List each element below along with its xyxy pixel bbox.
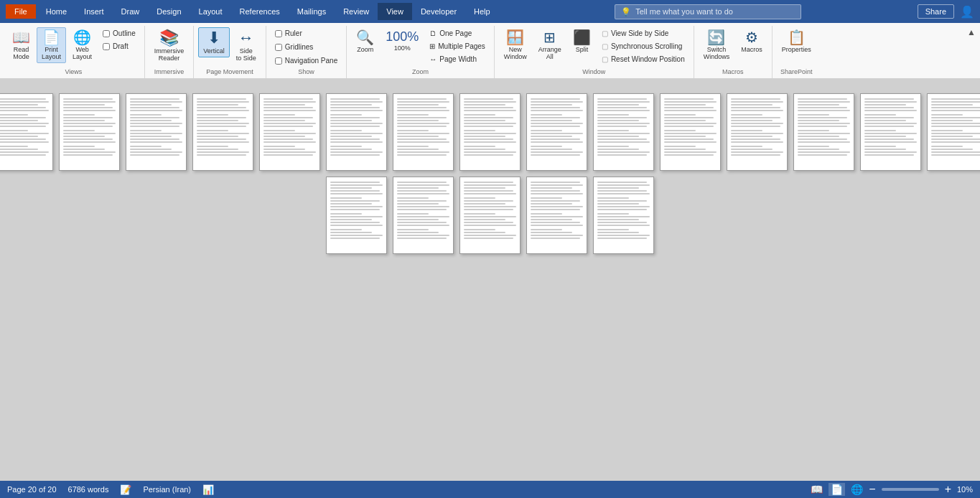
outline-button[interactable]: Outline xyxy=(98,27,140,39)
tab-insert[interactable]: Insert xyxy=(75,3,113,20)
ruler-checkbox[interactable] xyxy=(275,30,282,37)
ribbon-group-show: Ruler Gridlines Navigation Pane Show xyxy=(266,26,347,78)
print-layout-button[interactable]: 📄 PrintLayout xyxy=(37,27,66,63)
zoom-icon: 🔍 xyxy=(356,30,374,44)
split-button[interactable]: ⬛ Split xyxy=(568,27,596,56)
document-area xyxy=(0,79,980,481)
page-thumb[interactable] xyxy=(593,177,654,254)
page-thumb[interactable] xyxy=(459,177,521,254)
nav-pane-button[interactable]: Navigation Pane xyxy=(271,55,342,67)
page-thumb[interactable] xyxy=(793,93,854,171)
page-thumb[interactable] xyxy=(660,93,721,171)
views-items: 📖 ReadMode 📄 PrintLayout 🌐 WebLayout Out… xyxy=(7,27,140,67)
page-thumb[interactable] xyxy=(526,93,587,171)
switch-windows-button[interactable]: 🔄 SwitchWindows xyxy=(699,27,735,63)
page-thumb[interactable] xyxy=(860,93,921,171)
web-layout-button[interactable]: 🌐 WebLayout xyxy=(67,27,97,63)
page-thumb[interactable] xyxy=(927,93,980,171)
zoom-out-button[interactable]: − xyxy=(869,483,875,496)
titlebar-left: File Home Insert Draw Design Layout Refe… xyxy=(6,3,499,20)
synchronous-scrolling-button[interactable]: ▢ Synchronous Scrolling xyxy=(597,40,689,52)
reset-window-button[interactable]: ▢ Reset Window Position xyxy=(597,53,689,65)
ribbon-group-sharepoint: 📋 Properties SharePoint xyxy=(773,26,821,78)
one-page-icon: 🗋 xyxy=(429,29,437,37)
page-thumb[interactable] xyxy=(459,93,521,171)
gridlines-button[interactable]: Gridlines xyxy=(271,41,317,53)
page-movement-items: ⬇ Vertical ↔ Sideto Side xyxy=(198,27,261,67)
tab-home[interactable]: Home xyxy=(37,3,75,20)
tab-review[interactable]: Review xyxy=(335,3,378,20)
print-layout-icon: 📄 xyxy=(42,30,60,44)
page-movement-label: Page Movement xyxy=(206,68,253,75)
page-thumb[interactable] xyxy=(393,177,454,254)
100-percent-button[interactable]: 100% 100% xyxy=(381,27,424,55)
page-width-button[interactable]: ↔ Page Width xyxy=(425,53,490,65)
sharepoint-label: SharePoint xyxy=(780,68,813,75)
page-thumb[interactable] xyxy=(326,177,387,254)
outline-checkbox[interactable] xyxy=(103,30,110,37)
gridlines-checkbox[interactable] xyxy=(275,44,282,51)
new-window-icon: 🪟 xyxy=(506,30,524,44)
one-page-button[interactable]: 🗋 One Page xyxy=(425,27,490,39)
properties-button[interactable]: 📋 Properties xyxy=(777,27,816,56)
web-layout-status-icon[interactable]: 🌐 xyxy=(851,484,863,495)
page-thumb[interactable] xyxy=(326,93,387,171)
page-thumb[interactable] xyxy=(526,177,587,254)
read-mode-icon: 📖 xyxy=(12,30,30,44)
titlebar: File Home Insert Draw Design Layout Refe… xyxy=(0,0,980,23)
tab-developer[interactable]: Developer xyxy=(412,3,465,20)
nav-pane-checkbox[interactable] xyxy=(275,57,282,65)
tab-draw[interactable]: Draw xyxy=(113,3,149,20)
tab-help[interactable]: Help xyxy=(465,3,499,20)
print-layout-status-icon[interactable]: 📄 xyxy=(829,483,845,496)
sync-scrolling-icon: ▢ xyxy=(602,42,608,50)
side-to-side-button[interactable]: ↔ Sideto Side xyxy=(231,27,261,65)
draft-button[interactable]: Draft xyxy=(98,40,140,52)
read-mode-status-icon[interactable]: 📖 xyxy=(811,484,823,495)
arrange-all-button[interactable]: ⊞ ArrangeAll xyxy=(533,27,566,63)
zoom-in-button[interactable]: + xyxy=(945,483,951,496)
read-mode-button[interactable]: 📖 ReadMode xyxy=(7,27,35,63)
page-thumb[interactable] xyxy=(0,93,53,171)
ribbon: 📖 ReadMode 📄 PrintLayout 🌐 WebLayout Out… xyxy=(0,23,980,79)
tab-layout[interactable]: Layout xyxy=(190,3,231,20)
zoom-percent: 10% xyxy=(957,485,973,494)
macros-label: Macros xyxy=(722,68,744,75)
file-tab[interactable]: File xyxy=(6,4,36,19)
multiple-pages-button[interactable]: ⊞ Multiple Pages xyxy=(425,40,490,52)
search-bar[interactable]: 💡 Tell me what you want to do xyxy=(615,4,801,19)
pages-row-1 xyxy=(0,93,980,171)
ribbon-collapse-button[interactable]: ▲ xyxy=(967,27,976,37)
zoom-items: 🔍 Zoom 100% 100% 🗋 One Page ⊞ Multiple P… xyxy=(351,27,490,67)
page-thumb[interactable] xyxy=(59,93,120,171)
split-icon: ⬛ xyxy=(573,30,591,44)
page-thumb[interactable] xyxy=(259,93,320,171)
page-thumb[interactable] xyxy=(126,93,187,171)
zoom-button[interactable]: 🔍 Zoom xyxy=(351,27,379,56)
tab-mailings[interactable]: Mailings xyxy=(289,3,335,20)
view-side-by-side-button[interactable]: ▢ View Side by Side xyxy=(597,27,689,39)
immersive-reader-button[interactable]: 📚 ImmersiveReader xyxy=(149,27,190,65)
ribbon-group-window: 🪟 NewWindow ⊞ ArrangeAll ⬛ Split ▢ View … xyxy=(495,26,694,78)
page-thumb[interactable] xyxy=(393,93,454,171)
tab-references[interactable]: References xyxy=(231,3,289,20)
page-thumb[interactable] xyxy=(593,93,654,171)
tab-view[interactable]: View xyxy=(378,3,412,20)
page-info: Page 20 of 20 xyxy=(7,485,57,494)
page-thumb[interactable] xyxy=(727,93,788,171)
outline-draft-group: Outline Draft xyxy=(98,27,140,52)
vertical-button[interactable]: ⬇ Vertical xyxy=(198,27,230,57)
pages-row-2 xyxy=(326,177,654,254)
100-percent-icon: 100% xyxy=(386,30,419,43)
share-button[interactable]: Share xyxy=(918,4,954,19)
tab-design[interactable]: Design xyxy=(148,3,190,20)
page-width-icon: ↔ xyxy=(429,55,437,63)
window-items: 🪟 NewWindow ⊞ ArrangeAll ⬛ Split ▢ View … xyxy=(499,27,689,67)
macros-button[interactable]: ⚙ Macros xyxy=(736,27,767,56)
zoom-slider[interactable] xyxy=(882,488,939,491)
vertical-icon: ⬇ xyxy=(207,30,220,46)
new-window-button[interactable]: 🪟 NewWindow xyxy=(499,27,532,63)
ruler-button[interactable]: Ruler xyxy=(271,27,307,39)
page-thumb[interactable] xyxy=(192,93,253,171)
draft-checkbox[interactable] xyxy=(103,43,110,50)
